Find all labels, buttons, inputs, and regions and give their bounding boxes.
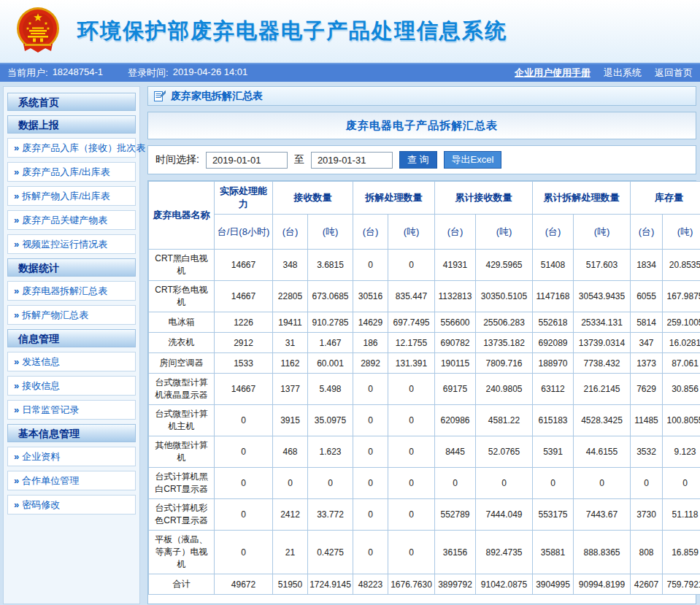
column-unit-header: (台) [631,215,663,250]
value-cell: 4528.3425 [574,405,631,436]
sidebar-item[interactable]: »发送信息 [7,352,136,371]
value-cell: 0 [388,436,435,468]
value-cell: 51950 [273,574,308,595]
value-cell: 25334.131 [574,312,631,333]
value-cell: 7629 [631,374,663,405]
value-cell: 0 [215,436,273,468]
value-cell: 48223 [353,574,388,595]
value-cell: 5.498 [308,374,353,405]
double-chevron-icon: » [14,309,19,320]
value-cell: 0 [215,405,273,436]
sidebar-item[interactable]: »废弃产品入库/出库表 [7,162,136,182]
page-title-bar: 废弃家电拆解汇总表 [147,86,696,106]
date-from-input[interactable] [206,152,288,169]
column-unit-header: (台) [435,215,476,250]
column-unit-header: (台) [533,215,574,250]
double-chevron-icon: » [14,404,19,415]
value-cell: 0 [388,374,435,405]
sidebar-section-header[interactable]: 系统首页 [7,93,136,111]
value-cell: 91042.0875 [476,574,533,595]
value-cell: 51408 [533,250,574,281]
value-cell: 3.6815 [308,250,353,281]
sidebar-item[interactable]: »企业资料 [7,447,136,466]
value-cell: 9.123 [663,436,700,468]
device-name-cell: 台式微型计算机液晶显示器 [149,374,215,405]
date-to-input[interactable] [311,152,393,169]
sidebar-item[interactable]: »拆解产物汇总表 [7,305,136,325]
value-cell: 892.4735 [476,531,533,574]
value-cell: 100.8055 [663,405,700,436]
device-name-cell: 其他微型计算机 [149,436,215,468]
value-cell: 8445 [435,436,476,468]
double-chevron-icon: » [14,380,19,391]
value-cell: 0 [215,499,273,531]
value-cell: 835.447 [388,281,435,312]
value-cell: 30350.5105 [476,281,533,312]
value-cell: 552789 [435,499,476,531]
value-cell: 7443.67 [574,499,631,531]
value-cell: 44.6155 [574,436,631,468]
value-cell: 0 [353,468,388,499]
double-chevron-icon: » [14,215,19,226]
sidebar-item[interactable]: »废弃产品关键产物表 [7,210,136,230]
value-cell: 0 [273,468,308,499]
value-cell: 190115 [435,353,476,374]
sidebar-section-header[interactable]: 数据上报 [7,115,136,134]
value-cell: 25506.283 [476,312,533,333]
sidebar-item[interactable]: »密码修改 [7,495,136,515]
header-row-units: 台/日(8小时)(台)(吨)(台)(吨)(台)(吨)(台)(吨)(台)(吨) [149,215,700,250]
sidebar-item[interactable]: »接收信息 [7,376,136,396]
sidebar-item[interactable]: »废弃电器拆解汇总表 [7,281,136,301]
value-cell: 11485 [631,405,663,436]
app-title: 环境保护部废弃电器电子产品处理信息系统 [77,17,507,46]
logout-link[interactable]: 退出系统 [604,67,642,78]
table-row: 平板（液晶、等离子）电视机0210.42750036156892.4735358… [149,531,700,574]
sidebar-item[interactable]: »废弃产品入库（接收）批次表 [7,138,136,158]
table-row: CRT彩色电视机1466722805673.068530516835.44711… [149,281,700,312]
date-to-separator: 至 [294,153,304,166]
value-cell: 0 [476,468,533,499]
value-cell: 14667 [215,374,273,405]
sidebar-section-header[interactable]: 基本信息管理 [7,424,136,442]
value-cell: 552618 [533,312,574,333]
double-chevron-icon: » [14,475,19,486]
sidebar-section-header[interactable]: 数据统计 [7,258,136,277]
value-cell: 1.623 [308,436,353,468]
value-cell: 1162 [273,353,308,374]
value-cell: 1373 [631,353,663,374]
login-time: 登录时间: 2019-04-26 14:01 [128,66,247,80]
value-cell: 52.0765 [476,436,533,468]
value-cell: 35881 [533,531,574,574]
sidebar-item[interactable]: »拆解产物入库/出库表 [7,186,136,206]
value-cell: 240.9805 [476,374,533,405]
column-unit-header: (吨) [476,215,533,250]
column-unit-header: (吨) [388,215,435,250]
sidebar-section-header[interactable]: 信息管理 [7,329,136,347]
value-cell: 429.5965 [476,250,533,281]
double-chevron-icon: » [14,356,19,367]
value-cell: 42607 [631,574,663,595]
value-cell: 2912 [215,333,273,353]
filter-bar: 时间选择: 至 查 询 导出Excel [147,145,696,174]
home-link[interactable]: 返回首页 [655,67,693,78]
export-excel-button[interactable]: 导出Excel [444,151,502,169]
sidebar-item[interactable]: »日常监管记录 [7,400,136,420]
summary-table: 废弃电器名称 实际处理能力接收数量拆解处理数量累计接收数量累计拆解处理数量库存量… [148,181,700,595]
device-name-cell: 台式微型计算机主机 [149,405,215,436]
sidebar-item[interactable]: »视频监控运行情况表 [7,234,136,254]
manual-link[interactable]: 企业用户使用手册 [515,67,591,78]
sidebar-item[interactable]: »合作单位管理 [7,471,136,490]
value-cell: 7738.432 [574,353,631,374]
query-button[interactable]: 查 询 [399,151,437,169]
value-cell: 2892 [353,353,388,374]
value-cell: 673.0685 [308,281,353,312]
main-area: 废弃家电拆解汇总表 废弃电器电子产品拆解汇总表 时间选择: 至 查 询 导出Ex… [147,86,696,604]
login-time-label: 登录时间: [128,66,169,80]
date-filter-label: 时间选择: [155,153,199,166]
value-cell: 14667 [215,250,273,281]
value-cell: 3899792 [435,574,476,595]
value-cell: 0 [388,531,435,574]
value-cell: 348 [273,250,308,281]
page-title: 废弃家电拆解汇总表 [171,90,263,103]
value-cell: 259.1005 [663,312,700,333]
